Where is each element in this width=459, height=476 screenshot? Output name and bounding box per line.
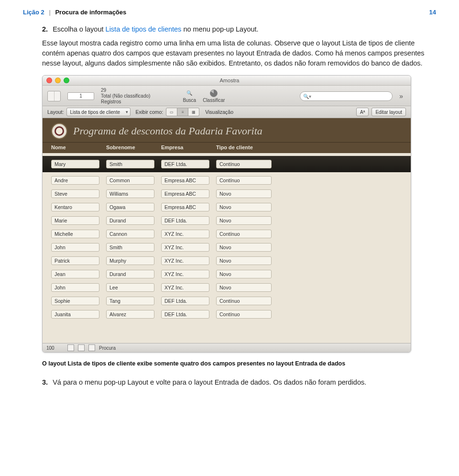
cell-c2[interactable]: Ogawa	[106, 203, 154, 211]
search-tool-icon[interactable]: 🔍	[184, 89, 195, 98]
view-mode-buttons[interactable]: ▭ ≡ ▦	[166, 108, 199, 116]
cell-c2[interactable]: Lee	[106, 283, 154, 292]
layout-label: Layout:	[47, 109, 64, 115]
total-sublabel: Total (Não classificado)	[101, 93, 150, 99]
cell-c1[interactable]: John	[51, 243, 99, 252]
preview-label[interactable]: Visualização	[205, 109, 233, 115]
bakery-logo-icon	[51, 123, 67, 139]
cell-c2[interactable]: Smith	[106, 243, 154, 252]
cell-c3[interactable]: XYZ Inc.	[161, 243, 209, 252]
cell-c1[interactable]: Sophie	[51, 297, 99, 305]
cell-c1[interactable]: Kentaro	[51, 203, 99, 211]
table-row[interactable]: JeanDurandXYZ Inc.Novo	[43, 267, 411, 281]
step-number: 2.	[42, 25, 48, 33]
cell-c4[interactable]: Novo	[216, 243, 272, 252]
cell-c3[interactable]: Empresa ABC	[161, 176, 209, 185]
cell-c4[interactable]: Novo	[216, 256, 272, 265]
cell-c1[interactable]: Jean	[51, 270, 99, 278]
cell-c4[interactable]: Novo	[216, 216, 272, 225]
table-row[interactable]: SophieTangDEF Ltda.Contínuo	[43, 294, 411, 308]
cell-c3[interactable]: DEF Ltda.	[161, 160, 209, 168]
text-style-button[interactable]: Aª	[356, 108, 369, 116]
cell-c1[interactable]: Andre	[51, 176, 99, 185]
step-3: 3. Vá para o menu pop-up Layout e volte …	[42, 377, 436, 387]
cell-c3[interactable]: DEF Ltda.	[161, 297, 209, 305]
cell-c2[interactable]: Murphy	[106, 256, 154, 265]
layout-dropdown[interactable]: Lista de tipos de cliente	[66, 108, 131, 116]
edit-layout-button[interactable]: Editar layout	[372, 108, 406, 116]
running-header: Lição 2 | Procura de informações 14	[23, 9, 436, 16]
col-tipo: Tipo de cliente	[216, 144, 278, 150]
primary-toolbar: 1 29 Total (Não classificado) Registros …	[43, 86, 411, 106]
cell-c4[interactable]: Novo	[216, 189, 272, 198]
banner-title: Programa de descontos da Padaria Favorit…	[73, 125, 262, 137]
zoom-value[interactable]: 100	[46, 345, 64, 351]
sort-icon[interactable]	[208, 89, 219, 98]
table-row[interactable]: JuanitaAlvarezDEF Ltda.Contínuo	[43, 308, 411, 321]
cell-c1[interactable]: Patrick	[51, 256, 99, 265]
cell-c3[interactable]: DEF Ltda.	[161, 310, 209, 319]
cell-c4[interactable]: Novo	[216, 270, 272, 278]
layout-header-banner: Programa de descontos da Padaria Favorit…	[43, 118, 411, 143]
cell-c3[interactable]: Empresa ABC	[161, 189, 209, 198]
minimize-icon[interactable]	[55, 77, 61, 83]
cell-c4[interactable]: Contínuo	[216, 176, 272, 185]
toolbar-expand-icon[interactable]: »	[399, 92, 406, 100]
cell-c2[interactable]: Williams	[106, 189, 154, 198]
cell-c3[interactable]: XYZ Inc.	[161, 230, 209, 238]
cell-c4[interactable]: Contínuo	[216, 230, 272, 238]
cell-c2[interactable]: Smith	[106, 160, 154, 168]
quick-search-input[interactable]: 🔍▾	[300, 91, 393, 101]
record-book-icon[interactable]	[47, 91, 61, 101]
current-record[interactable]: 1	[67, 92, 94, 100]
table-row[interactable]: MarySmithDEF Ltda.Contínuo	[43, 156, 411, 172]
table-row[interactable]: AndreCommonEmpresa ABCContínuo	[43, 174, 411, 187]
table-row[interactable]: MichelleCannonXYZ Inc.Contínuo	[43, 227, 411, 241]
cell-c3[interactable]: DEF Ltda.	[161, 216, 209, 225]
table-row[interactable]: JohnSmithXYZ Inc.Novo	[43, 241, 411, 254]
table-row[interactable]: PatrickMurphyXYZ Inc.Novo	[43, 254, 411, 267]
cell-c3[interactable]: XYZ Inc.	[161, 270, 209, 278]
step2-text-b: no menu pop-up Layout.	[181, 25, 258, 33]
cell-c3[interactable]: XYZ Inc.	[161, 283, 209, 292]
cell-c2[interactable]: Alvarez	[106, 310, 154, 319]
cell-c2[interactable]: Durand	[106, 270, 154, 278]
traffic-lights[interactable]	[46, 77, 69, 83]
separator: |	[46, 9, 53, 16]
cell-c2[interactable]: Tang	[106, 297, 154, 305]
cell-c2[interactable]: Cannon	[106, 230, 154, 238]
cell-c4[interactable]: Contínuo	[216, 160, 272, 168]
record-counter[interactable]: 1	[67, 92, 94, 100]
cell-c4[interactable]: Contínuo	[216, 310, 272, 319]
cell-c3[interactable]: XYZ Inc.	[161, 256, 209, 265]
table-row[interactable]: SteveWilliamsEmpresa ABCNovo	[43, 187, 411, 200]
table-view-icon[interactable]: ▦	[188, 108, 199, 116]
cell-c1[interactable]: Juanita	[51, 310, 99, 319]
form-view-icon[interactable]: ▭	[166, 108, 177, 116]
table-row[interactable]: MarieDurandDEF Ltda.Novo	[43, 214, 411, 227]
zoom-out-icon[interactable]	[67, 344, 74, 351]
cell-c3[interactable]: Empresa ABC	[161, 203, 209, 211]
page-number: 14	[429, 9, 436, 16]
cell-c1[interactable]: Michelle	[51, 230, 99, 238]
cell-c2[interactable]: Durand	[106, 216, 154, 225]
cell-c2[interactable]: Common	[106, 176, 154, 185]
record-list: MarySmithDEF Ltda.ContínuoAndreCommonEmp…	[43, 153, 411, 327]
zoom-in-icon[interactable]	[78, 344, 85, 351]
cell-c4[interactable]: Contínuo	[216, 297, 272, 305]
cell-c1[interactable]: Mary	[51, 160, 99, 168]
cell-c4[interactable]: Novo	[216, 203, 272, 211]
table-row[interactable]: JohnLeeXYZ Inc.Novo	[43, 281, 411, 294]
cell-c4[interactable]: Novo	[216, 283, 272, 292]
close-icon[interactable]	[46, 77, 52, 83]
mode-label: Procura	[99, 345, 116, 351]
step2-paragraph: Esse layout mostra cada registro como um…	[42, 38, 436, 68]
table-row[interactable]: KentaroOgawaEmpresa ABCNovo	[43, 200, 411, 214]
zoom-icon[interactable]	[64, 77, 69, 83]
list-view-icon[interactable]: ≡	[177, 108, 188, 116]
cell-c1[interactable]: Steve	[51, 189, 99, 198]
cell-c1[interactable]: Marie	[51, 216, 99, 225]
chapter-title: Procura de informações	[55, 9, 126, 16]
cell-c1[interactable]: John	[51, 283, 99, 292]
statusbar-toggle-icon[interactable]	[88, 344, 95, 351]
